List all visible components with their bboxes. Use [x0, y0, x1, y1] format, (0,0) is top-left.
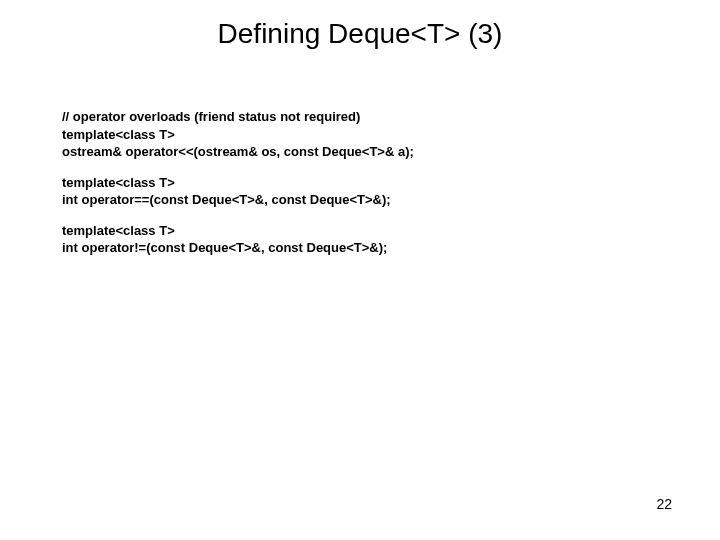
code-line: template<class T>: [62, 222, 658, 240]
code-line: // operator overloads (friend status not…: [62, 108, 658, 126]
code-line: ostream& operator<<(ostream& os, const D…: [62, 143, 658, 161]
slide-title: Defining Deque<T> (3): [0, 18, 720, 50]
code-body: // operator overloads (friend status not…: [62, 108, 658, 257]
spacer: [62, 209, 658, 222]
code-line: template<class T>: [62, 174, 658, 192]
page-number: 22: [656, 496, 672, 512]
spacer: [62, 161, 658, 174]
code-line: int operator!=(const Deque<T>&, const De…: [62, 239, 658, 257]
code-line: int operator==(const Deque<T>&, const De…: [62, 191, 658, 209]
slide: Defining Deque<T> (3) // operator overlo…: [0, 0, 720, 540]
code-line: template<class T>: [62, 126, 658, 144]
